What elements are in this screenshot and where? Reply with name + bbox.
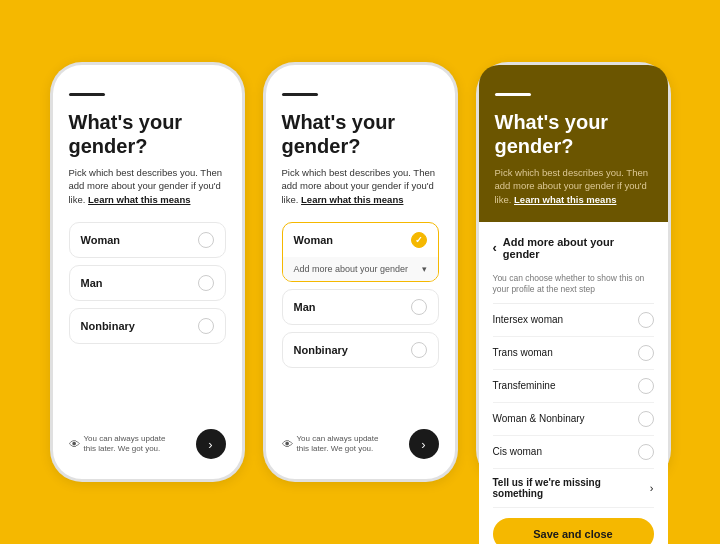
option-man[interactable]: Man: [69, 265, 226, 301]
phone1-learn-link[interactable]: Learn what this means: [88, 194, 190, 205]
option-transfeminine[interactable]: Transfeminine: [493, 370, 654, 403]
save-close-button[interactable]: Save and close: [493, 518, 654, 544]
phone3-learn-link[interactable]: Learn what this means: [514, 194, 616, 205]
phone1-subtitle: Pick which best describes you. Then add …: [69, 166, 226, 206]
radio-man-2: [411, 299, 427, 315]
panel-title: Add more about your gender: [503, 236, 654, 260]
phone2-next-button[interactable]: ›: [409, 429, 439, 459]
option-intersex-woman[interactable]: Intersex woman: [493, 304, 654, 337]
option-woman[interactable]: Woman: [69, 222, 226, 258]
phone2-learn-link[interactable]: Learn what this means: [301, 194, 403, 205]
eye-icon-2: 👁: [282, 437, 293, 451]
arrow-right-icon: ›: [650, 482, 654, 494]
radio-nonbinary: [198, 318, 214, 334]
panel-body: You can choose whether to show this on y…: [479, 268, 668, 508]
phone-1: What's your gender? Pick which best desc…: [50, 62, 245, 482]
phone1-options: Woman Man Nonbinary: [69, 222, 226, 419]
panel-header: ‹ Add more about your gender: [479, 226, 668, 268]
dark-header: What's your gender? Pick which best desc…: [479, 65, 668, 222]
divider-2: [282, 93, 318, 96]
option-missing-something[interactable]: Tell us if we're missing something ›: [493, 469, 654, 508]
phone2-title: What's your gender?: [282, 110, 439, 158]
option-cis-woman[interactable]: Cis woman: [493, 436, 654, 469]
phone3-subtitle: Pick which best describes you. Then add …: [495, 166, 652, 206]
phone2-subtitle: Pick which best describes you. Then add …: [282, 166, 439, 206]
phone1-title: What's your gender?: [69, 110, 226, 158]
phone1-next-button[interactable]: ›: [196, 429, 226, 459]
eye-icon: 👁: [69, 437, 80, 451]
expand-more-button[interactable]: Add more about your gender ▾: [283, 257, 438, 281]
radio-cis-woman: [638, 444, 654, 460]
radio-trans-woman: [638, 345, 654, 361]
option-man-2[interactable]: Man: [282, 289, 439, 325]
phone1-footer: 👁 You can always update this later. We g…: [69, 429, 226, 459]
radio-woman-nonbinary: [638, 411, 654, 427]
divider-3: [495, 93, 531, 96]
radio-intersex-woman: [638, 312, 654, 328]
option-woman-nonbinary[interactable]: Woman & Nonbinary: [493, 403, 654, 436]
phone2-options: Woman Add more about your gender ▾ Man N…: [282, 222, 439, 419]
radio-man: [198, 275, 214, 291]
phone3-title: What's your gender?: [495, 110, 652, 158]
chevron-down-icon: ▾: [422, 264, 427, 274]
phone2-footer: 👁 You can always update this later. We g…: [282, 429, 439, 459]
radio-woman-checked: [411, 232, 427, 248]
phone-3: What's your gender? Pick which best desc…: [476, 62, 671, 482]
option-nonbinary-2[interactable]: Nonbinary: [282, 332, 439, 368]
divider-1: [69, 93, 105, 96]
radio-transfeminine: [638, 378, 654, 394]
panel-note: You can choose whether to show this on y…: [493, 268, 654, 304]
radio-nonbinary-2: [411, 342, 427, 358]
radio-woman: [198, 232, 214, 248]
expanded-woman-row[interactable]: Woman Add more about your gender ▾: [282, 222, 439, 282]
phone-2: What's your gender? Pick which best desc…: [263, 62, 458, 482]
panel-back-button[interactable]: ‹: [493, 240, 497, 255]
option-trans-woman[interactable]: Trans woman: [493, 337, 654, 370]
option-nonbinary[interactable]: Nonbinary: [69, 308, 226, 344]
panel-footer: Save and close: [479, 508, 668, 544]
